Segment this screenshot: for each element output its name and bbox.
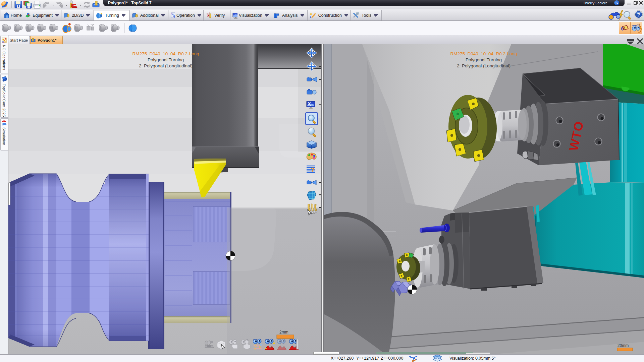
- svg-text:20mm: 20mm: [618, 343, 629, 348]
- svg-text:RM275_D040_10_04_R0.2-Long: RM275_D040_10_04_R0.2-Long: [132, 51, 199, 56]
- svg-text:?: ?: [311, 166, 315, 174]
- svg-text:Polygonal Turning: Polygonal Turning: [148, 57, 184, 62]
- svg-text:?: ?: [637, 12, 640, 17]
- svg-text:2: Polygonal (Longitudinal): 2: Polygonal (Longitudinal): [139, 63, 193, 68]
- svg-text:N: N: [173, 15, 174, 17]
- svg-text:Polygonal Turning: Polygonal Turning: [466, 57, 502, 62]
- svg-text:RM275_D040_10_04_R0.2-Long: RM275_D040_10_04_R0.2-Long: [450, 51, 517, 56]
- svg-text:2mm: 2mm: [279, 330, 288, 335]
- svg-text:2: Polygonal (Longitudinal): 2: Polygonal (Longitudinal): [457, 63, 511, 68]
